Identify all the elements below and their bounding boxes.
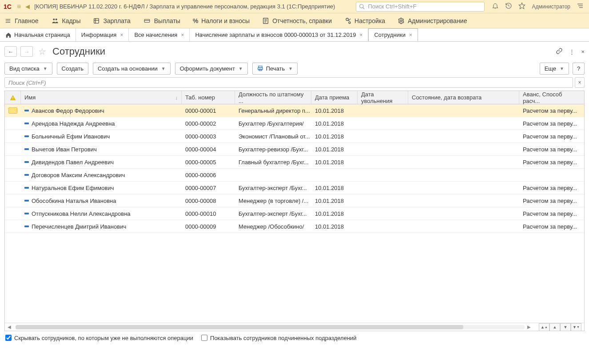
row-marker xyxy=(8,107,17,114)
horizontal-scroll: ◀ ▶ ▲▲ ▲ ▼ ▼▼ xyxy=(5,323,584,331)
global-search[interactable]: Поиск Ctrl+Shift+F xyxy=(356,2,485,12)
section-payments-label: Выплаты xyxy=(154,17,180,24)
tab-all-accruals-label: Все начисления xyxy=(134,32,177,38)
cell-hire: 10.01.2018 xyxy=(311,185,358,191)
tab-home-label: Начальная страница xyxy=(14,32,70,38)
employee-icon xyxy=(24,161,29,163)
col-hire-date[interactable]: Дата приема xyxy=(311,91,358,104)
tab-close-icon[interactable]: × xyxy=(359,32,362,38)
section-payments[interactable]: Выплаты xyxy=(143,17,180,24)
col-fire-date[interactable]: Дата увольнения xyxy=(358,91,408,104)
clear-search-button[interactable]: × xyxy=(575,77,585,88)
help-label: ? xyxy=(577,65,580,72)
link-icon[interactable] xyxy=(556,47,563,56)
table-row[interactable]: Арендова Надежда Андреевна0000-00002Бухг… xyxy=(5,117,584,130)
scroll-thumb[interactable] xyxy=(16,325,463,329)
employee-icon xyxy=(24,213,29,214)
kebab-menu-icon[interactable]: ⋮ xyxy=(569,48,575,55)
tab-home[interactable]: Начальная страница xyxy=(0,28,76,41)
col-position[interactable]: Должность по штатному ... xyxy=(235,91,311,104)
grid-bottom-button[interactable]: ▼▼ xyxy=(571,323,581,331)
svg-point-20 xyxy=(349,22,350,24)
make-document-button[interactable]: Оформить документ ▼ xyxy=(175,63,248,75)
table-row[interactable]: Обособкина Наталья Ивановна0000-00008Мен… xyxy=(5,194,584,207)
table-row[interactable]: Договоров Максим Александрович0000-00006 xyxy=(5,169,584,182)
col-hire-date-label: Дата приема xyxy=(315,94,349,101)
grid-top-button[interactable]: ▲▲ xyxy=(539,323,549,331)
cell-adv: Расчетом за перву... xyxy=(519,146,577,153)
grid-up-button[interactable]: ▲ xyxy=(549,323,560,331)
table-row[interactable]: Отпускникова Нелли Александровна0000-000… xyxy=(5,207,584,220)
table-row[interactable]: Перечисленцев Дмитрий Иванович0000-00009… xyxy=(5,220,584,233)
tab-accrual-doc[interactable]: Начисление зарплаты и взносов 0000-00001… xyxy=(190,28,368,41)
table-row[interactable]: Дивидендов Павел Андреевич0000-00005Глав… xyxy=(5,156,584,169)
more-button[interactable]: Еще ▼ xyxy=(540,63,569,75)
search-placeholder: Поиск Ctrl+Shift+F xyxy=(368,3,416,10)
table-row[interactable]: Вычетов Иван Петрович0000-00004Бухгалтер… xyxy=(5,143,584,156)
section-reports[interactable]: Отчетность, справки xyxy=(262,17,332,24)
table-row[interactable]: Авансов Федор Федорович0000-00001Генерал… xyxy=(5,104,584,117)
main-menu-icon[interactable]: ≡ xyxy=(17,3,21,11)
cell-name: Дивидендов Павел Андреевич xyxy=(32,159,114,166)
scroll-track[interactable] xyxy=(16,325,525,329)
tab-close-icon[interactable]: × xyxy=(181,32,184,38)
back-button[interactable]: ← xyxy=(4,46,17,57)
view-mode-button[interactable]: Вид списка ▼ xyxy=(4,63,52,75)
col-tab-number[interactable]: Таб. номер xyxy=(182,91,235,104)
star-icon[interactable] xyxy=(518,2,525,11)
col-state-label: Состояние, дата возврата xyxy=(412,94,482,101)
create-button[interactable]: Создать xyxy=(57,63,88,75)
col-advance[interactable]: Аванс, Способ расч... xyxy=(519,91,577,104)
history-icon[interactable] xyxy=(505,2,512,11)
caret-left-icon[interactable]: ◀ xyxy=(25,3,30,10)
show-subord-input[interactable] xyxy=(201,335,207,341)
tab-all-accruals[interactable]: Все начисления × xyxy=(129,28,190,41)
help-button[interactable]: ? xyxy=(573,63,585,75)
cell-pos: Генеральный директор п... xyxy=(235,107,311,114)
close-page-icon[interactable]: × xyxy=(581,48,585,55)
section-taxes[interactable]: % Налоги и взносы xyxy=(193,17,250,24)
cell-pos: Менеджер /Обособкино/ xyxy=(235,223,311,230)
more-label: Еще xyxy=(545,65,556,72)
top-icons: Администратор xyxy=(489,2,586,11)
col-state[interactable]: Состояние, дата возврата xyxy=(408,91,519,104)
cell-hire: 10.01.2018 xyxy=(311,159,358,166)
col-name[interactable]: Имя ↓ xyxy=(21,91,182,104)
tab-close-icon[interactable]: × xyxy=(409,32,412,38)
tab-info[interactable]: Информация × xyxy=(76,28,129,41)
list-search-row: Поиск (Ctrl+F) × xyxy=(0,77,589,91)
cell-adv: Расчетом за перву... xyxy=(519,185,577,191)
col-warn[interactable] xyxy=(5,91,21,104)
section-hr[interactable]: Кадры xyxy=(51,17,81,24)
table-row[interactable]: Натуральнов Ефим Ефимович0000-00007Бухга… xyxy=(5,182,584,194)
section-hr-label: Кадры xyxy=(62,17,81,24)
scroll-left-icon[interactable]: ◀ xyxy=(8,324,13,329)
section-main[interactable]: Главное xyxy=(4,17,39,24)
section-salary[interactable]: Зарплата xyxy=(93,17,130,24)
favorite-star-icon[interactable]: ☆ xyxy=(38,46,46,57)
list-search-input[interactable]: Поиск (Ctrl+F) xyxy=(4,77,573,88)
hide-employees-input[interactable] xyxy=(5,335,12,341)
show-subord-checkbox[interactable]: Показывать сотрудников подчиненных подра… xyxy=(201,335,357,341)
scroll-right-icon[interactable]: ▶ xyxy=(527,324,533,329)
forward-button[interactable]: → xyxy=(20,46,33,57)
settings-lines-icon[interactable] xyxy=(577,2,584,11)
app-logo: 1C xyxy=(3,3,12,10)
hide-employees-checkbox[interactable]: Скрывать сотрудников, по которым уже не … xyxy=(5,335,193,341)
section-reports-label: Отчетность, справки xyxy=(272,17,332,24)
cell-adv: Расчетом за перву... xyxy=(519,107,577,114)
section-settings[interactable]: Настройка xyxy=(344,17,385,24)
employee-icon xyxy=(24,148,29,150)
tab-employees[interactable]: Сотрудники × xyxy=(368,28,418,41)
user-label[interactable]: Администратор xyxy=(532,4,570,10)
section-admin[interactable]: Администрирование xyxy=(398,17,467,24)
print-button[interactable]: Печать ▼ xyxy=(252,63,298,75)
create-based-button[interactable]: Создать на основании ▼ xyxy=(93,63,171,75)
grid-down-button[interactable]: ▼ xyxy=(560,323,571,331)
bell-icon[interactable] xyxy=(492,2,499,11)
tab-close-icon[interactable]: × xyxy=(120,32,123,38)
employee-icon xyxy=(24,135,29,137)
employee-icon xyxy=(24,226,29,227)
chevron-down-icon: ▼ xyxy=(560,66,564,71)
table-row[interactable]: Больничный Ефим Иванович0000-00003Эконом… xyxy=(5,130,584,143)
